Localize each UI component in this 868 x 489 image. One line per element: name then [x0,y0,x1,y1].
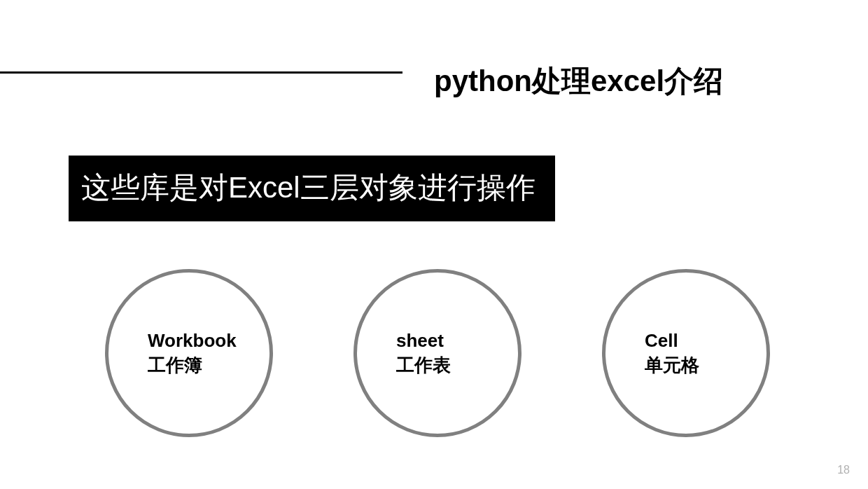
subtitle-box: 这些库是对Excel三层对象进行操作 [69,156,555,221]
circle-label-zh: 工作簿 [148,353,202,378]
page-title: python处理excel介绍 [434,62,723,101]
circle-label-en: Workbook [148,329,237,353]
circle-cell: Cell 单元格 [602,269,770,437]
page-number: 18 [837,464,850,476]
circle-workbook: Workbook 工作簿 [105,269,273,437]
circle-label-en: Cell [645,329,678,353]
circle-label-en: sheet [396,329,444,353]
circle-label-zh: 单元格 [645,353,699,378]
circle-label-zh: 工作表 [396,353,451,378]
circles-container: Workbook 工作簿 sheet 工作表 Cell 单元格 [105,269,770,437]
circle-sheet: sheet 工作表 [354,269,522,437]
header-divider-line [0,71,402,74]
